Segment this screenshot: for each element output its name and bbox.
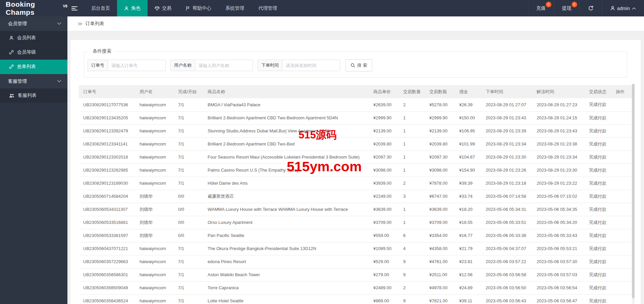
cell-amount: ¥2139.00 [425, 124, 455, 137]
sidebar-item-order-grab-list[interactable]: 抢单列表 [0, 60, 67, 74]
cell-username: haiwaiymcom [135, 137, 174, 150]
nav-item-trade[interactable]: 交易 [148, 0, 178, 16]
nav-item-system[interactable]: 系统管理 [218, 0, 251, 16]
cell-progress: 0/0 [174, 216, 203, 229]
brand-logo: Booking Champs V8 [0, 0, 67, 16]
cell-order_time: 2023-08-29 01:23:43 [481, 111, 532, 124]
sidebar-item-member-list[interactable]: 会员列表 [0, 31, 67, 45]
username-input[interactable] [195, 60, 253, 71]
search-panel-legend: 条件搜索 [89, 48, 115, 54]
user-icon [610, 6, 615, 11]
link-icon [9, 64, 14, 69]
cell-progress: 7/1 [174, 268, 203, 281]
cell-order_time: 2023-08-29 01:23:39 [481, 124, 532, 137]
nav-item-help-center[interactable]: 帮助中心 [178, 0, 218, 16]
chevron-down-icon [57, 22, 61, 25]
scrollbar-thumb[interactable] [632, 84, 635, 298]
cell-product: Orso Luxury Apartment [203, 216, 369, 229]
cell-username: haiwaiymcom [135, 124, 174, 137]
table-row: UB2305060534311307刘德华0/0WAMMA Luxury Hou… [79, 203, 632, 216]
cell-order_time: 2023-05-06 03:56:43 [481, 294, 532, 304]
sidebar-item-customer-service-list[interactable]: 客服列表 [0, 88, 67, 103]
cell-action [611, 216, 632, 229]
cell-unfreeze_time: 2023-05-06 05:33:43 [532, 229, 585, 242]
top-right-menu: 充值 0 提现 0 admin [528, 0, 644, 16]
table-row: UB2308290123302018haiwaiymcom7/1Four Sea… [79, 150, 632, 164]
cell-username: haiwaiymcom [135, 164, 174, 177]
cell-order_no: UB2305060533381597 [79, 229, 135, 242]
cell-unit_price: ¥2097.30 [369, 150, 399, 164]
orders-table-wrap: 订单号 用户名 完成/开始 商品名称 商品单价 交易数量 交易数额 佣金 下单时… [79, 85, 632, 304]
sidebar-item-member-level[interactable]: 会员等级 [0, 45, 67, 60]
cell-status: 完成付款 [585, 98, 611, 111]
nav-item-dashboard[interactable]: 后台首页 [84, 0, 117, 16]
order-time-input[interactable] [282, 60, 340, 71]
cell-progress: 7/1 [174, 281, 203, 294]
cell-amount: ¥2999.90 [425, 111, 455, 124]
table-row: UB2305060356436524haiwaiymcom7/1Lotte Ho… [79, 294, 632, 304]
cell-qty: 9 [399, 294, 425, 304]
sidebar-group-member-management[interactable]: 会员管理 [0, 16, 67, 31]
col-unfreeze-time: 解冻时间 [532, 85, 585, 98]
nav-item-agents[interactable]: 代理管理 [251, 0, 284, 16]
user-menu[interactable]: admin [602, 0, 644, 16]
cell-username: haiwaiymcom [135, 111, 174, 124]
col-qty: 交易数量 [399, 85, 425, 98]
cell-commission: ¥16.77 [455, 229, 481, 242]
search-button[interactable]: 搜 索 [345, 59, 372, 71]
order-time-group: 下单时间 [258, 60, 340, 71]
cell-unfreeze_time: 2023-08-29 01:27:23 [532, 98, 585, 111]
cell-progress: 7/1 [174, 242, 203, 255]
table-body: UB2308290127077536haiwaiymcom7/1BMGA l V… [79, 98, 632, 304]
cell-amount: ¥4761.00 [425, 255, 455, 268]
cell-order_time: 2023-05-06 04:37:07 [481, 242, 532, 255]
cell-status: 完成付款 [585, 268, 611, 281]
order-no-label: 订单号 [88, 60, 108, 71]
cell-amount: ¥2511.00 [425, 268, 455, 281]
flag-icon [185, 6, 190, 11]
cell-qty: 2 [399, 177, 425, 190]
sidebar-toggle-icon[interactable] [67, 0, 82, 16]
username-label: 用户名称 [170, 60, 195, 71]
main-content: ≫ 订单列表 条件搜索 订单号 用户名称 下单时间 [67, 16, 644, 304]
table-row: UB2308290123262985haiwaiymcom7/1Palms Ca… [79, 164, 632, 177]
cell-action [611, 229, 632, 242]
cell-progress: 7/1 [174, 137, 203, 150]
chevron-up-icon [632, 7, 636, 10]
refresh-button[interactable] [580, 0, 602, 16]
table-row: UB2305060356586301haiwaiymcom7/1Aston Wa… [79, 268, 632, 281]
sidebar-group-customer-service[interactable]: 客服管理 [0, 74, 67, 88]
sidebar-item-label: 会员列表 [17, 35, 36, 41]
cell-amount: ¥3709.00 [425, 216, 455, 229]
cell-action [611, 164, 632, 177]
cell-amount: ¥6747.00 [425, 190, 455, 203]
top-navbar: Booking Champs V8 后台首页 角色 交易 帮助中心 系统管理 代… [0, 0, 644, 16]
nav-item-roles[interactable]: 角色 [117, 0, 148, 16]
cell-order_time: 2023-05-06 05:33:51 [481, 216, 532, 229]
cell-action [611, 190, 632, 203]
cell-progress: 7/1 [174, 124, 203, 137]
cell-status: 完成付款 [585, 111, 611, 124]
cell-commission: ¥21.79 [455, 242, 481, 255]
cell-order_time: 2023-08-29 01:23:30 [481, 150, 532, 164]
page-title: 订单列表 [86, 21, 104, 27]
cell-product: BMGA l ViaPaola43 Palace [203, 98, 369, 111]
recharge-button[interactable]: 充值 0 [528, 0, 554, 16]
cell-unfreeze_time: 2023-05-06 03:56:47 [532, 294, 585, 304]
cell-commission: ¥101.99 [455, 137, 481, 150]
cell-qty: 9 [399, 268, 425, 281]
withdraw-button[interactable]: 提现 0 [554, 0, 580, 16]
cell-commission: ¥39.11 [455, 294, 481, 304]
cell-progress: 0/0 [174, 229, 203, 242]
cell-qty: 1 [399, 150, 425, 164]
cell-action [611, 137, 632, 150]
search-row: 订单号 用户名称 下单时间 搜 索 [88, 59, 623, 71]
order-no-input[interactable] [108, 60, 166, 71]
col-unit-price: 商品单价 [369, 85, 399, 98]
search-icon [351, 63, 355, 68]
cell-amount: ¥3639.00 [425, 203, 455, 216]
refresh-icon [588, 5, 594, 11]
cell-order_time: 2023-05-06 05:34:31 [481, 203, 532, 216]
cell-status: 完成付款 [585, 216, 611, 229]
cell-commission: ¥18.20 [455, 203, 481, 216]
